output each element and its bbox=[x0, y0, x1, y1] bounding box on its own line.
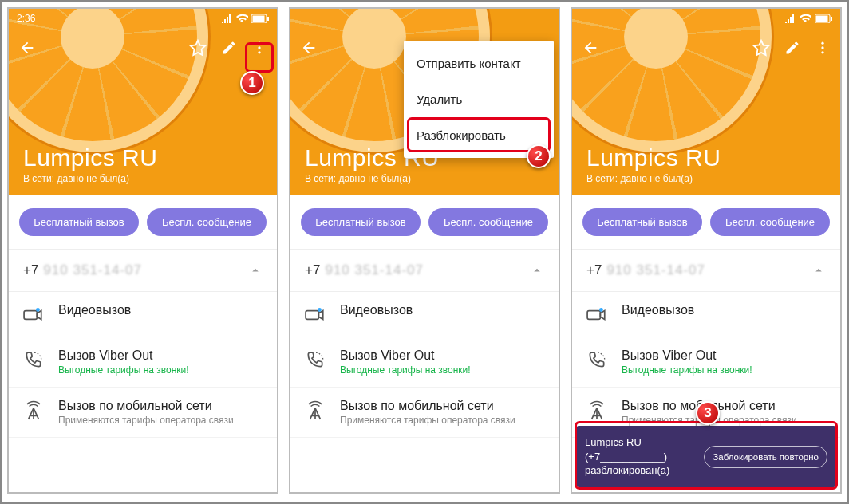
svg-point-5 bbox=[258, 51, 260, 53]
overflow-menu: Отправить контакт Удалить Разблокировать bbox=[404, 41, 554, 158]
video-call-item[interactable]: Видеовызов bbox=[572, 292, 840, 337]
block-again-button[interactable]: Заблокировать повторно bbox=[704, 446, 827, 468]
step-badge-2: 2 bbox=[527, 144, 551, 168]
camera-icon bbox=[305, 305, 326, 325]
back-button[interactable] bbox=[300, 39, 318, 57]
screenshot-1: 2:36 Lumpics RU В сети: давно не был(а) bbox=[7, 7, 278, 494]
phone-row[interactable]: +7 910 351-14-07 bbox=[290, 250, 559, 292]
antenna-icon bbox=[23, 400, 44, 421]
battery-icon bbox=[815, 14, 832, 23]
edit-icon[interactable] bbox=[221, 40, 237, 56]
back-button[interactable] bbox=[18, 39, 36, 57]
svg-point-12 bbox=[821, 46, 823, 49]
snackbar-text: Lumpics RU (+7___________) разблокирован… bbox=[585, 435, 697, 478]
free-call-button[interactable]: Бесплатный вызов bbox=[301, 208, 421, 236]
free-message-button[interactable]: Беспл. сообщение bbox=[428, 208, 548, 236]
camera-icon bbox=[586, 305, 607, 325]
contact-status: В сети: давно не был(а) bbox=[23, 173, 157, 184]
video-call-item[interactable]: Видеовызов bbox=[9, 292, 277, 337]
svg-rect-1 bbox=[253, 15, 265, 22]
item-title: Вызов Viber Out bbox=[58, 348, 189, 363]
phone-cc: +7 bbox=[586, 262, 602, 278]
item-title: Вызов по мобильной сети bbox=[340, 399, 515, 413]
contact-header: Lumpics RU В сети: давно не был(а) bbox=[572, 9, 840, 195]
menu-delete[interactable]: Удалить bbox=[404, 81, 554, 117]
step-badge-1: 1 bbox=[240, 71, 264, 95]
contact-header: 2:36 Lumpics RU В сети: давно не был(а) bbox=[9, 9, 277, 195]
action-row: Бесплатный вызов Беспл. сообщение bbox=[572, 195, 840, 250]
svg-point-6 bbox=[36, 308, 40, 312]
cellular-call-item[interactable]: Вызов по мобильной сети Применяются тари… bbox=[290, 388, 559, 438]
svg-rect-2 bbox=[267, 17, 269, 21]
item-title: Вызов по мобильной сети bbox=[58, 399, 234, 413]
action-row: Бесплатный вызов Беспл. сообщение bbox=[290, 195, 559, 250]
more-vert-icon[interactable] bbox=[251, 40, 267, 56]
phone-row[interactable]: +7 910 351-14-07 bbox=[9, 250, 277, 292]
item-title: Видеовызов bbox=[58, 303, 131, 317]
antenna-icon bbox=[586, 400, 607, 421]
star-icon[interactable] bbox=[189, 39, 207, 57]
svg-rect-9 bbox=[816, 15, 828, 22]
item-sub: Применяются тарифы оператора связи bbox=[58, 415, 234, 426]
star-icon[interactable] bbox=[752, 39, 770, 57]
more-vert-icon[interactable] bbox=[815, 40, 831, 56]
phone-row[interactable]: +7 910 351-14-07 bbox=[572, 250, 840, 292]
status-time: 2:36 bbox=[17, 13, 35, 24]
phone-rest: 910 351-14-07 bbox=[606, 262, 705, 278]
back-button[interactable] bbox=[582, 39, 599, 57]
chevron-up-icon[interactable] bbox=[811, 263, 826, 278]
status-bar: 2:36 bbox=[9, 9, 277, 28]
free-call-button[interactable]: Бесплатный вызов bbox=[582, 208, 702, 236]
item-title: Вызов Viber Out bbox=[622, 348, 752, 363]
phone-icon bbox=[23, 350, 44, 371]
phone-icon bbox=[586, 350, 607, 371]
item-title: Вызов Viber Out bbox=[340, 348, 471, 363]
contact-status: В сети: давно не был(а) bbox=[305, 173, 439, 184]
app-bar bbox=[9, 28, 277, 68]
step-badge-3: 3 bbox=[696, 401, 720, 425]
status-bar bbox=[290, 9, 559, 28]
svg-point-7 bbox=[318, 308, 322, 312]
phone-rest: 910 351-14-07 bbox=[325, 262, 424, 278]
phone-icon bbox=[305, 350, 326, 371]
chevron-up-icon[interactable] bbox=[530, 263, 544, 278]
chevron-up-icon[interactable] bbox=[248, 263, 263, 278]
app-bar bbox=[572, 28, 840, 68]
item-sub: Выгодные тарифы на звонки! bbox=[340, 364, 471, 376]
viber-out-item[interactable]: Вызов Viber Out Выгодные тарифы на звонк… bbox=[572, 337, 840, 388]
svg-point-4 bbox=[258, 46, 260, 49]
status-bar bbox=[572, 9, 840, 28]
phone-cc: +7 bbox=[23, 262, 38, 278]
viber-out-item[interactable]: Вызов Viber Out Выгодные тарифы на звонк… bbox=[9, 337, 277, 388]
tutorial-strip: 2:36 Lumpics RU В сети: давно не был(а) bbox=[0, 0, 849, 504]
cellular-call-item[interactable]: Вызов по мобильной сети Применяются тари… bbox=[9, 388, 277, 438]
item-title: Видеовызов bbox=[340, 303, 413, 317]
svg-point-13 bbox=[821, 51, 823, 53]
signal-icon bbox=[784, 14, 796, 23]
screenshot-2: Lumpics RU В сети: давно не был(а) Беспл… bbox=[289, 7, 560, 494]
phone-rest: 910 351-14-07 bbox=[43, 262, 142, 278]
action-row: Бесплатный вызов Беспл. сообщение bbox=[9, 195, 277, 250]
battery-icon bbox=[251, 14, 269, 23]
video-call-item[interactable]: Видеовызов bbox=[290, 292, 559, 337]
camera-icon bbox=[23, 305, 44, 325]
viber-out-item[interactable]: Вызов Viber Out Выгодные тарифы на звонк… bbox=[290, 337, 559, 388]
antenna-icon bbox=[305, 400, 326, 421]
screenshot-3: Lumpics RU В сети: давно не был(а) Беспл… bbox=[571, 7, 842, 494]
signal-icon bbox=[221, 14, 232, 23]
item-sub: Выгодные тарифы на звонки! bbox=[58, 364, 189, 376]
free-message-button[interactable]: Беспл. сообщение bbox=[710, 208, 830, 236]
svg-rect-10 bbox=[831, 17, 832, 21]
free-call-button[interactable]: Бесплатный вызов bbox=[19, 208, 139, 236]
wifi-icon bbox=[799, 14, 811, 23]
item-sub: Выгодные тарифы на звонки! bbox=[622, 364, 752, 376]
wifi-icon bbox=[235, 14, 248, 23]
item-title: Видеовызов bbox=[622, 303, 694, 317]
menu-send-contact[interactable]: Отправить контакт bbox=[404, 45, 554, 81]
svg-point-14 bbox=[599, 308, 603, 312]
svg-point-3 bbox=[258, 42, 260, 45]
contact-status: В сети: давно не был(а) bbox=[586, 173, 721, 184]
free-message-button[interactable]: Беспл. сообщение bbox=[147, 208, 267, 236]
unblocked-snackbar: Lumpics RU (+7___________) разблокирован… bbox=[577, 426, 835, 487]
edit-icon[interactable] bbox=[784, 40, 800, 56]
